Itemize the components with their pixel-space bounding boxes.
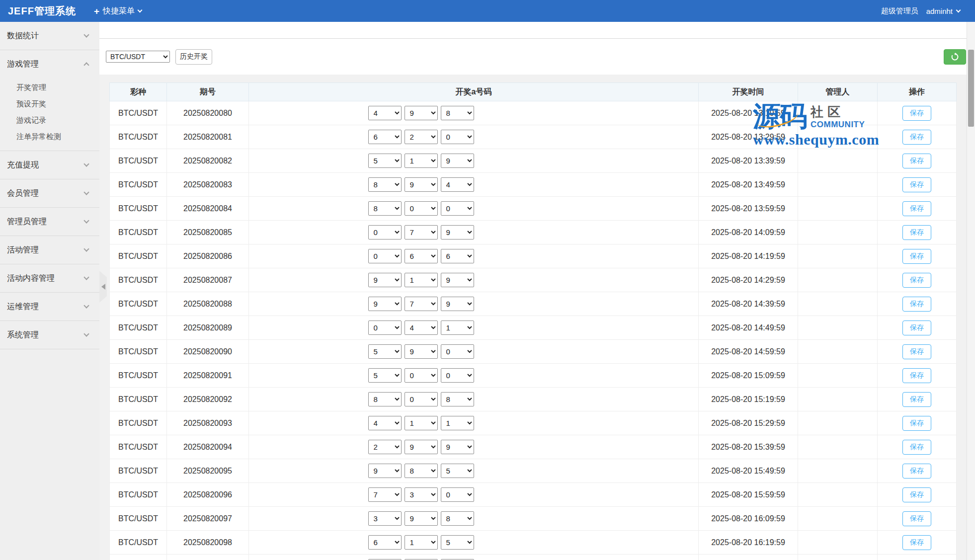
sidebar-item-3[interactable]: 会员管理 — [0, 179, 99, 207]
number-select-1[interactable]: 9 — [405, 177, 438, 192]
number-select-0[interactable]: 9 — [368, 273, 402, 287]
save-button[interactable]: 保存 — [902, 106, 931, 121]
number-select-2[interactable]: 0 — [441, 368, 474, 383]
number-select-0[interactable]: 0 — [368, 225, 402, 240]
number-select-2[interactable]: 8 — [441, 511, 474, 526]
number-select-1[interactable]: 1 — [405, 416, 438, 430]
number-select-2[interactable]: 8 — [441, 106, 474, 120]
number-select-1[interactable]: 9 — [405, 511, 438, 526]
number-select-0[interactable]: 2 — [368, 440, 402, 454]
number-select-1[interactable]: 8 — [405, 464, 438, 478]
number-select-1[interactable]: 1 — [405, 535, 438, 550]
sidebar-item-7[interactable]: 运维管理 — [0, 293, 99, 320]
number-select-0[interactable]: 9 — [368, 464, 402, 478]
number-select-2[interactable]: 9 — [441, 154, 474, 168]
sidebar-collapse-handle[interactable] — [99, 271, 107, 303]
number-select-2[interactable]: 0 — [441, 130, 474, 144]
save-button[interactable]: 保存 — [902, 440, 931, 455]
sidebar-item-2[interactable]: 充值提现 — [0, 151, 99, 179]
close-icon[interactable]: × — [135, 28, 140, 35]
user-menu[interactable]: adminht — [926, 7, 960, 15]
number-select-2[interactable]: 0 — [441, 487, 474, 502]
sidebar-item-8[interactable]: 系统管理 — [0, 321, 99, 349]
number-select-1[interactable]: 9 — [405, 440, 438, 454]
number-select-1[interactable]: 6 — [405, 249, 438, 263]
save-button[interactable]: 保存 — [902, 154, 931, 168]
number-select-0[interactable]: 6 — [368, 130, 402, 144]
save-button[interactable]: 保存 — [902, 535, 931, 550]
sidebar-subitem-3[interactable]: 注单异常检测 — [0, 128, 99, 145]
vertical-scrollbar[interactable] — [967, 22, 975, 560]
number-select-0[interactable]: 3 — [368, 511, 402, 526]
number-select-2[interactable]: 9 — [441, 273, 474, 287]
number-select-2[interactable]: 5 — [441, 464, 474, 478]
number-select-0[interactable]: 6 — [368, 535, 402, 550]
refresh-button[interactable] — [944, 49, 966, 65]
sidebar-item-1[interactable]: 游戏管理 — [0, 50, 99, 78]
lottery-select[interactable]: BTC/USDT — [106, 51, 170, 63]
number-select-0[interactable]: 5 — [368, 344, 402, 359]
sidebar-item-0[interactable]: 数据统计 — [0, 22, 99, 50]
number-select-0[interactable]: 5 — [368, 368, 402, 383]
number-select-2[interactable]: 9 — [441, 225, 474, 240]
save-button[interactable]: 保存 — [902, 392, 931, 407]
number-select-1[interactable]: 0 — [405, 392, 438, 406]
save-button[interactable]: 保存 — [902, 177, 931, 192]
number-select-0[interactable]: 8 — [368, 201, 402, 216]
number-select-1[interactable]: 7 — [405, 225, 438, 240]
number-select-0[interactable]: 8 — [368, 392, 402, 406]
number-select-2[interactable]: 0 — [441, 201, 474, 216]
sidebar-item-5[interactable]: 活动管理 — [0, 236, 99, 264]
number-select-1[interactable]: 0 — [405, 201, 438, 216]
save-button[interactable]: 保存 — [902, 416, 931, 431]
sidebar-item-4[interactable]: 管理员管理 — [0, 208, 99, 236]
scrollbar-thumb[interactable] — [968, 50, 974, 127]
history-draw-button[interactable]: 历史开奖 — [175, 49, 212, 65]
number-select-2[interactable]: 9 — [441, 440, 474, 454]
save-button[interactable]: 保存 — [902, 201, 931, 216]
number-select-0[interactable]: 5 — [368, 154, 402, 168]
sidebar-subitem-1[interactable]: 预设开奖 — [0, 95, 99, 112]
save-button[interactable]: 保存 — [902, 511, 931, 526]
number-select-1[interactable]: 3 — [405, 487, 438, 502]
sidebar-item-6[interactable]: 活动内容管理 — [0, 264, 99, 292]
number-select-0[interactable]: 7 — [368, 487, 402, 502]
numbers-group: 615 — [249, 535, 698, 550]
close-icon[interactable]: × — [137, 28, 141, 35]
number-select-1[interactable]: 9 — [405, 106, 438, 120]
number-select-2[interactable]: 1 — [441, 416, 474, 430]
save-button[interactable]: 保存 — [902, 487, 931, 502]
quick-menu-button[interactable]: + 快捷菜单 — [94, 6, 142, 16]
number-select-1[interactable]: 9 — [405, 344, 438, 359]
number-select-1[interactable]: 2 — [405, 130, 438, 144]
number-select-2[interactable]: 4 — [441, 177, 474, 192]
number-select-0[interactable]: 0 — [368, 320, 402, 335]
number-select-1[interactable]: 0 — [405, 368, 438, 383]
number-select-1[interactable]: 7 — [405, 297, 438, 311]
save-button[interactable]: 保存 — [902, 273, 931, 288]
number-select-0[interactable]: 0 — [368, 249, 402, 263]
number-select-2[interactable]: 0 — [441, 344, 474, 359]
number-select-0[interactable]: 4 — [368, 106, 402, 120]
number-select-2[interactable]: 8 — [441, 392, 474, 406]
number-select-2[interactable]: 6 — [441, 249, 474, 263]
sidebar-subitem-0[interactable]: 开奖管理 — [0, 79, 99, 95]
number-select-0[interactable]: 9 — [368, 297, 402, 311]
number-select-2[interactable]: 5 — [441, 535, 474, 550]
save-button[interactable]: 保存 — [902, 249, 931, 264]
save-button[interactable]: 保存 — [902, 130, 931, 145]
number-select-1[interactable]: 1 — [405, 273, 438, 287]
save-button[interactable]: 保存 — [902, 464, 931, 479]
sidebar-subitem-2[interactable]: 游戏记录 — [0, 112, 99, 128]
number-select-0[interactable]: 4 — [368, 416, 402, 430]
number-select-1[interactable]: 1 — [405, 154, 438, 168]
save-button[interactable]: 保存 — [902, 368, 931, 383]
number-select-1[interactable]: 4 — [405, 320, 438, 335]
save-button[interactable]: 保存 — [902, 320, 931, 335]
save-button[interactable]: 保存 — [902, 344, 931, 359]
save-button[interactable]: 保存 — [902, 225, 931, 240]
number-select-0[interactable]: 8 — [368, 177, 402, 192]
number-select-2[interactable]: 1 — [441, 320, 474, 335]
number-select-2[interactable]: 9 — [441, 297, 474, 311]
save-button[interactable]: 保存 — [902, 297, 931, 312]
